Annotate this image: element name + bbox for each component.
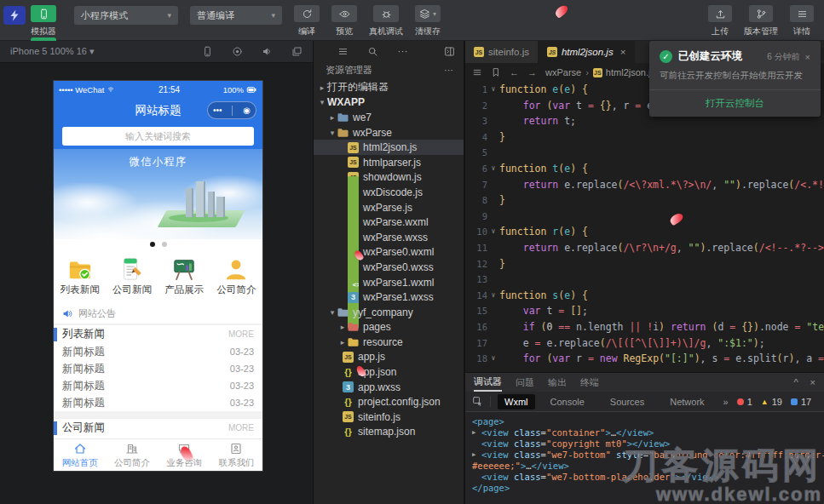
inspect-icon[interactable] xyxy=(472,396,491,407)
tree-item[interactable]: 3wxParse.wxss xyxy=(314,230,464,245)
news-row[interactable]: 新闻标题03-23 xyxy=(54,343,262,360)
wxml-line[interactable]: #eeeeee;">…</view> xyxy=(472,461,824,472)
grid-item-person[interactable]: 公司简介 xyxy=(210,257,262,296)
collapse-icon[interactable] xyxy=(444,46,455,57)
news-row[interactable]: 新闻标题03-23 xyxy=(54,360,262,377)
debugger-tab-问题[interactable]: 问题 xyxy=(516,373,534,392)
dot-active[interactable] xyxy=(150,242,155,247)
more-dots-icon[interactable]: ••• xyxy=(213,106,222,115)
record-icon[interactable] xyxy=(232,46,243,57)
wxml-line[interactable]: </page> xyxy=(472,483,824,494)
toolbar-clear-cache-button[interactable]: ▾清缓存 xyxy=(415,5,441,37)
devtools-logo-icon[interactable] xyxy=(3,6,26,25)
search-icon[interactable] xyxy=(367,46,378,57)
tree-item[interactable]: ▸pages xyxy=(314,320,464,335)
debugger-tab-调试器[interactable]: 调试器 xyxy=(474,373,502,392)
tree-item[interactable]: JSsiteinfo.js xyxy=(314,410,464,425)
tree-item[interactable]: {}sitemap.json xyxy=(314,425,464,440)
tabbar-item-home[interactable]: 网站首页 xyxy=(54,439,106,471)
toolbar-version-button[interactable]: 版本管理 xyxy=(744,5,778,37)
expand-arrow-icon[interactable]: ▶ xyxy=(472,450,481,461)
overflow-chevron[interactable]: » xyxy=(723,397,729,407)
dot-inactive[interactable] xyxy=(162,242,167,247)
tree-item[interactable]: <>wxParse1.wxml xyxy=(314,275,464,290)
fold-arrow-icon[interactable]: ∨ xyxy=(487,288,499,304)
toolbar-compile-button[interactable]: 编译 xyxy=(294,5,320,37)
tree-item[interactable]: {}project.config.json xyxy=(314,394,464,410)
tree-item[interactable]: JSwxParse.js xyxy=(314,200,464,215)
tree-item[interactable]: ▾yyf_company xyxy=(314,305,464,320)
tree-item[interactable]: ▸打开的编辑器 xyxy=(314,80,464,95)
tree-item[interactable]: JShtml2json.js xyxy=(314,140,464,155)
compile-select[interactable]: 普通编译 ▾ xyxy=(190,6,282,25)
devtools-tab-Console[interactable]: Console xyxy=(544,394,591,410)
bookmark-icon[interactable] xyxy=(491,67,501,77)
menu-icon[interactable] xyxy=(472,67,482,77)
toolbar-remote-debug-button[interactable]: 真机调试 xyxy=(369,5,403,37)
capsule-menu[interactable]: ••• ◉ xyxy=(207,101,256,119)
open-cloud-console-link[interactable]: 打开云控制台 xyxy=(660,90,810,110)
tree-item[interactable]: ▾wxParse xyxy=(314,125,464,140)
toolbar-simulator-button[interactable]: 模拟器 xyxy=(31,5,56,37)
grid-item-folder-check[interactable]: 列表新闻 xyxy=(54,257,106,296)
tree-item[interactable]: ▸resource xyxy=(314,335,464,350)
grid-item-board[interactable]: 产品展示 xyxy=(158,257,210,296)
devtools-tab-Sources[interactable]: Sources xyxy=(603,394,651,410)
breadcrumb-segment[interactable]: wxParse xyxy=(545,67,581,77)
toolbar-details-button[interactable]: 详情 xyxy=(790,5,814,37)
explorer-more-icon[interactable]: ··· xyxy=(444,65,453,75)
tree-item[interactable]: JSshowdown.js xyxy=(314,170,464,186)
fold-arrow-icon[interactable]: ∨ xyxy=(487,82,499,98)
tree-item[interactable]: <>wxParse0.wxml xyxy=(314,245,464,261)
wxml-line[interactable]: <view class="copyright mt0"></view> xyxy=(472,438,824,450)
tabbar-item-contact[interactable]: 联系我们 xyxy=(210,439,262,471)
menu-icon[interactable] xyxy=(337,46,349,57)
banner-slide[interactable]: 微信小程序 xyxy=(54,149,262,239)
tree-item[interactable]: 3wxParse1.wxss xyxy=(314,289,464,305)
code-area[interactable]: 1∨function e(e) {2 for (var t = {}, r = … xyxy=(465,82,824,372)
close-icon[interactable]: × xyxy=(620,47,626,57)
toolbar-preview-button[interactable]: 预览 xyxy=(331,5,357,37)
toolbar-upload-button[interactable]: 上传 xyxy=(708,5,732,37)
fold-arrow-icon[interactable]: ∨ xyxy=(487,161,499,177)
issue-counts[interactable]: 1 ▲19 17 xyxy=(737,397,817,407)
tree-item[interactable]: 3wxParse0.wxss xyxy=(314,260,464,275)
tree-item[interactable]: {}app.json xyxy=(314,364,464,380)
tree-item[interactable]: <>wxParse.wxml xyxy=(314,215,464,230)
debugger-tab-输出[interactable]: 输出 xyxy=(548,373,567,392)
more-icon[interactable] xyxy=(397,46,408,57)
news-row[interactable]: 新闻标题03-23 xyxy=(54,394,262,411)
device-selector[interactable]: iPhone 5 100% 16 ▾ xyxy=(10,46,95,57)
mode-select[interactable]: 小程序模式 ▾ xyxy=(74,6,178,25)
tree-item[interactable]: JShtmlparser.js xyxy=(314,155,464,170)
toast-close-icon[interactable]: × xyxy=(805,52,810,62)
expand-arrow-icon[interactable]: ▶ xyxy=(472,427,481,438)
wxml-line[interactable]: ▶<view class="container">…</view> xyxy=(472,427,824,438)
forward-arrow-icon[interactable]: → xyxy=(527,67,537,77)
breadcrumb-segment[interactable]: JShtml2json.js xyxy=(593,67,655,77)
tree-item[interactable]: JSwxDiscode.js xyxy=(314,185,464,200)
wxml-line[interactable]: <view class="we7-bottom-placeholder"></v… xyxy=(472,472,824,483)
collapse-panel-icon[interactable]: ^ xyxy=(793,377,798,387)
tree-item[interactable]: JSapp.js xyxy=(314,350,464,365)
search-input[interactable] xyxy=(62,127,254,146)
carousel-dots[interactable] xyxy=(54,239,262,249)
tree-item[interactable]: ▸we7 xyxy=(314,110,464,125)
devtools-tab-Wxml[interactable]: Wxml xyxy=(498,394,535,410)
news-row[interactable]: 新闻标题03-23 xyxy=(54,377,262,394)
devtools-tab-Network[interactable]: Network xyxy=(663,394,711,410)
wxml-tree[interactable]: <page>▶<view class="container">…</view><… xyxy=(465,412,824,504)
more-link[interactable]: MORE xyxy=(228,329,254,339)
device-icon[interactable] xyxy=(202,46,213,57)
editor-tab[interactable]: JShtml2json.js× xyxy=(539,41,635,63)
wxml-line[interactable]: ▶<view class="we7-bottom" style="backgro… xyxy=(472,450,824,461)
back-arrow-icon[interactable]: ← xyxy=(510,67,519,77)
fold-arrow-icon[interactable]: ∨ xyxy=(487,224,499,240)
close-panel-icon[interactable]: × xyxy=(810,377,815,387)
more-link[interactable]: MORE xyxy=(228,423,254,432)
grid-item-doc[interactable]: 公司新闻 xyxy=(106,257,158,296)
tree-item[interactable]: 3app.wxss xyxy=(314,380,464,395)
debugger-tab-终端[interactable]: 终端 xyxy=(580,373,599,392)
speaker-icon[interactable] xyxy=(262,46,273,57)
fold-arrow-icon[interactable]: ∨ xyxy=(487,351,499,367)
